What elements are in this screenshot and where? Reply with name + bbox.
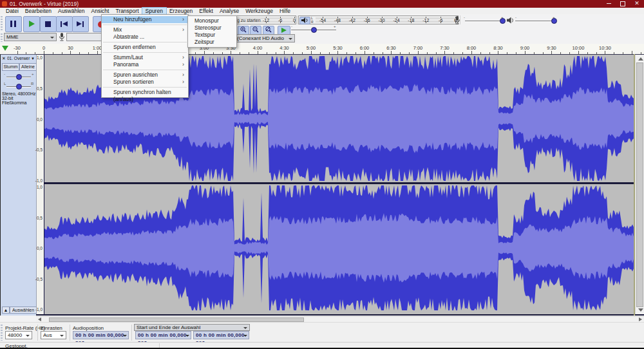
track-select-button[interactable]: Auswählen (10, 307, 37, 314)
menu-item-spuren-ausrichten[interactable]: Spuren ausrichten› (102, 71, 188, 79)
track-bottom-border[interactable] (36, 314, 644, 316)
track-name[interactable]: 01. Overwer (7, 56, 30, 61)
maximize-button[interactable] (616, 0, 630, 8)
project-rate-value: 48000 (8, 332, 22, 338)
scroll-left-arrow[interactable] (38, 317, 41, 321)
menubar-item-datei[interactable]: Datei (3, 8, 22, 14)
skip-end-icon (77, 21, 82, 26)
vertical-scroll-thumb[interactable] (636, 62, 643, 307)
submenu-arrow-icon: › (182, 79, 184, 86)
menu-item-spuren-entfernen[interactable]: Spuren entfernen (102, 44, 188, 51)
menubar-item-bearbeiten[interactable]: Bearbeiten (22, 8, 55, 14)
recording-meter-hint: g zu starten (237, 18, 261, 23)
timeline-label: 4:30 (279, 45, 289, 51)
timeline-label: 0 (43, 45, 45, 51)
menu-item-spuren-sortieren[interactable]: Spuren sortieren› (102, 79, 188, 86)
submenu-arrow-icon: › (182, 54, 184, 61)
submenu-item-zeitspur[interactable]: Zeitspur (188, 39, 236, 46)
window-title: 01. Overwerk - Virtue (2019) (10, 0, 79, 8)
selection-end-field[interactable]: 00 h 00 min 00,000 sec (193, 331, 249, 339)
menubar-item-spuren[interactable]: Spuren (142, 8, 166, 14)
gain-slider-thumb[interactable] (16, 74, 22, 80)
vertical-scrollbar[interactable] (635, 55, 644, 314)
playback-meter-speaker-button[interactable] (299, 17, 310, 24)
record-volume-slider[interactable] (465, 21, 504, 22)
timeline-ruler[interactable]: -300301:001:302:002:303:003:304:004:305:… (0, 44, 644, 55)
submenu-item-textspur[interactable]: Textspur (188, 32, 236, 39)
record-volume-thumb[interactable] (500, 18, 506, 24)
menubar-item-erzeugen[interactable]: Erzeugen (166, 8, 196, 14)
skip-start-icon (61, 21, 62, 27)
selection-range-select[interactable]: Start und Ende der Auswahl (134, 324, 250, 331)
pan-slider-thumb[interactable] (16, 84, 22, 90)
play-icon (29, 21, 35, 27)
track-close-button[interactable]: ✕ (1, 55, 6, 61)
selection-toolbar: Projekt-Rate (Hz) 48000 Einrasten Aus Au… (0, 322, 644, 343)
menu-item-mix[interactable]: Mix› (102, 26, 188, 33)
scroll-up-arrow[interactable] (638, 57, 643, 61)
submenu-arrow-icon: › (182, 71, 184, 79)
timeline-label: 5:00 (307, 45, 316, 51)
amplitude-scale-label: 0,5 (37, 86, 43, 90)
transport-grip[interactable] (1, 16, 3, 32)
menubar-item-transport[interactable]: Transport (112, 8, 142, 14)
stop-button[interactable] (40, 16, 57, 32)
skip-to-start-button[interactable] (56, 16, 73, 32)
audio-host-select[interactable]: MME (4, 33, 57, 41)
submenu-item-stereospur[interactable]: Stereospur (188, 24, 236, 32)
playback-volume-slider[interactable] (515, 21, 556, 22)
menubar-item-werkzeuge[interactable]: Werkzeuge (242, 8, 276, 14)
menu-item-panorama[interactable]: Panorama› (102, 61, 188, 68)
timeline-label: 8:30 (493, 45, 503, 51)
timeline-label: 7:30 (440, 45, 450, 51)
playback-volume-speaker-icon (507, 17, 515, 24)
submenu-item-monospur[interactable]: Monospur (188, 17, 236, 24)
track-collapse-button[interactable]: ▲ (2, 307, 10, 314)
menubar-item-analyse[interactable]: Analyse (216, 8, 242, 14)
minimize-button[interactable] (601, 0, 616, 8)
neu-hinzufuegen-submenu: MonospurStereospurTextspurZeitspur (187, 15, 237, 48)
solo-button[interactable]: Alleine (19, 63, 37, 71)
playback-meter[interactable]: LR -54-48-42-36-30-24-18-12-60 (298, 15, 459, 24)
audio-position-field[interactable]: 00 h 00 min 00,000 sec (73, 331, 129, 339)
vertical-scale-ruler[interactable]: 1,00,50,0-0,5-1,01,00,50,0-0,5-1,0 (36, 54, 44, 316)
playback-device-value: (Conexant HD Audio (237, 35, 284, 41)
timeline-label: 4:00 (253, 45, 263, 51)
audio-host-value: MME (6, 34, 19, 40)
track-menu-arrow[interactable]: ▼ (31, 57, 35, 61)
pause-button[interactable] (5, 16, 22, 32)
menu-item-spuren-synchron-halten-an-aus[interactable]: Spuren synchron halten (an/aus) (102, 89, 188, 96)
menubar-item-effekt[interactable]: Effekt (196, 8, 216, 14)
amplitude-scale-label: 1,0 (37, 55, 43, 60)
project-rate-select[interactable]: 48000 (5, 331, 32, 339)
close-button[interactable]: ✕ (630, 0, 644, 8)
device-toolbar-grip[interactable] (1, 33, 3, 42)
audacity-window: 01. Overwerk - Virtue (2019) ✕ DateiBear… (0, 0, 644, 349)
selection-start-field[interactable]: 00 h 00 min 00,000 sec (135, 331, 191, 339)
snap-select[interactable]: Aus (41, 331, 66, 339)
menu-item-stumm-laut[interactable]: Stumm/Laut› (102, 54, 188, 61)
amplitude-scale-label: 0,0 (37, 246, 43, 250)
channel-separator[interactable] (44, 182, 635, 184)
horizontal-scroll-thumb[interactable] (49, 317, 304, 322)
menu-item-neu-hinzufügen[interactable]: Neu hinzufügen› (102, 16, 188, 23)
waveform-right-channel[interactable] (44, 184, 635, 312)
playback-volume-thumb[interactable] (551, 18, 557, 24)
scroll-right-arrow[interactable] (639, 317, 642, 321)
menu-separator (103, 52, 187, 53)
scroll-down-arrow[interactable] (638, 308, 643, 312)
submenu-arrow-icon: › (182, 26, 184, 33)
app-icon (2, 1, 7, 6)
mute-button[interactable]: Stumm (2, 63, 19, 71)
amplitude-scale-label: -1,0 (35, 178, 43, 183)
play-speed-thumb[interactable] (311, 27, 317, 33)
pinned-play-head-icon[interactable] (2, 46, 8, 51)
audio-position-label: Audioposition (73, 325, 104, 331)
menubar-item-ansicht[interactable]: Ansicht (88, 8, 113, 14)
menubar-item-auswählen[interactable]: Auswählen (55, 8, 88, 14)
menu-item-abtastrate[interactable]: Abtastrate ... (102, 33, 188, 41)
menubar-item-hilfe[interactable]: Hilfe (276, 8, 294, 14)
zoom-fit-project-icon (252, 26, 260, 33)
play-button[interactable] (23, 16, 40, 32)
skip-to-end-button[interactable] (72, 16, 89, 32)
